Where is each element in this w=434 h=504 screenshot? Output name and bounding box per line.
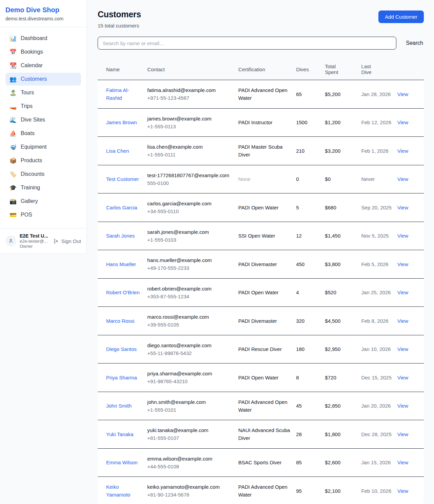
view-customer-link[interactable]: View	[397, 431, 408, 437]
sidebar-item-label: Equipment	[21, 144, 47, 150]
sign-out-label: Sign Out	[61, 238, 81, 244]
table-row: Hans Muellerhans.mueller@example.com+49-…	[98, 250, 424, 279]
certification-cell: PADI Open Water	[238, 278, 296, 307]
customer-email: marco.rossi@example.com	[147, 313, 235, 321]
total-spent-cell: $0	[325, 165, 361, 193]
actions-cell: View	[397, 137, 424, 165]
view-customer-link[interactable]: View	[397, 148, 408, 154]
customer-phone: +34-555-0110	[147, 207, 235, 215]
sign-out-icon	[53, 238, 59, 244]
customer-table-body: Fatima Al-Rashidfatima.alrashid@example.…	[98, 80, 424, 504]
view-customer-link[interactable]: View	[397, 261, 408, 267]
customer-name-link[interactable]: Keiko Yamamoto	[106, 484, 130, 498]
customer-name-link[interactable]: Priya Sharma	[106, 375, 137, 380]
view-customer-link[interactable]: View	[397, 403, 408, 409]
certification-cell: NAUI Advanced Scuba Diver	[238, 420, 296, 449]
sidebar-item-bookings[interactable]: 📅Bookings	[5, 45, 81, 58]
certification-cell: PADI Advanced Open Water	[238, 80, 296, 109]
view-customer-link[interactable]: View	[397, 460, 408, 465]
customer-name-link[interactable]: Marco Rossi	[106, 318, 134, 324]
view-customer-link[interactable]: View	[397, 290, 408, 295]
view-customer-link[interactable]: View	[397, 346, 408, 352]
add-customer-button[interactable]: Add Customer	[378, 11, 424, 23]
credit-card-icon: 💳	[9, 212, 16, 218]
last-dive-cell: Feb 8, 2026	[361, 307, 397, 335]
sidebar-item-pos[interactable]: 💳POS	[5, 208, 81, 221]
column-header-contact: Contact	[147, 59, 238, 80]
last-dive-cell: Feb 10, 2026	[361, 477, 397, 504]
user-icon	[8, 238, 14, 244]
app-layout: Demo Dive Shop demo.test.divestreams.com…	[0, 0, 434, 504]
contact-cell: test-1772681807767@example.com555-0100	[147, 165, 238, 193]
customer-phone: +971-55-123-4567	[147, 94, 235, 102]
customer-name-link[interactable]: Fatima Al-Rashid	[106, 87, 129, 101]
total-spent-cell: $2,850	[325, 392, 361, 420]
sidebar-item-training[interactable]: 🎓Training	[5, 181, 81, 194]
sidebar-item-label: Customers	[21, 76, 47, 82]
sidebar-item-gallery[interactable]: 📸Gallery	[5, 195, 81, 208]
sidebar-item-dashboard[interactable]: 📊Dashboard	[5, 32, 81, 45]
customer-name-link[interactable]: Hans Mueller	[106, 261, 136, 267]
customer-email: carlos.garcia@example.com	[147, 200, 235, 207]
sidebar-item-calendar[interactable]: 📆Calendar	[5, 59, 81, 72]
sidebar-item-discounts[interactable]: 🏷️Discounts	[5, 168, 81, 181]
view-customer-link[interactable]: View	[397, 205, 408, 210]
sidebar-item-customers[interactable]: 👥Customers	[5, 73, 81, 86]
sidebar-item-boats[interactable]: ⛵Boats	[5, 127, 81, 140]
view-customer-link[interactable]: View	[397, 375, 408, 380]
sidebar-item-label: Bookings	[21, 49, 43, 55]
contact-cell: lisa.chen@example.com+1-555-0111	[147, 137, 238, 165]
certification-cell: PADI Instructor	[238, 108, 296, 137]
page-header: Customers 15 total customers Add Custome…	[98, 10, 424, 29]
certification-cell: PADI Open Water	[238, 193, 296, 222]
customer-phone: 555-0100	[147, 179, 235, 187]
customer-name-link[interactable]: James Brown	[106, 119, 137, 125]
customer-phone: +39-555-0105	[147, 321, 235, 329]
sidebar-item-tours[interactable]: 🏝️Tours	[5, 86, 81, 99]
customer-name-link[interactable]: Robert O'Brien	[106, 290, 140, 295]
customer-name-link[interactable]: John Smith	[106, 403, 132, 409]
customer-name-link[interactable]: Sarah Jones	[106, 233, 135, 239]
sidebar-item-equipment[interactable]: 🤿Equipment	[5, 141, 81, 153]
customer-email: emma.wilson@example.com	[147, 455, 235, 463]
certification-cell: PADI Divemaster	[238, 307, 296, 335]
customer-name-link[interactable]: Test Customer	[106, 176, 139, 182]
view-customer-link[interactable]: View	[397, 119, 408, 125]
sign-out-button[interactable]: Sign Out	[53, 238, 81, 244]
name-cell: John Smith	[98, 392, 147, 420]
name-cell: Hans Mueller	[98, 250, 147, 279]
dives-cell: 450	[296, 250, 325, 279]
customer-name-link[interactable]: Carlos Garcia	[106, 205, 137, 210]
view-customer-link[interactable]: View	[397, 318, 408, 324]
view-customer-link[interactable]: View	[397, 488, 408, 494]
column-header-last-dive: Last Dive	[361, 59, 397, 80]
table-row: Priya Sharmapriya.sharma@example.com+91-…	[98, 363, 424, 392]
dives-cell: 0	[296, 165, 325, 193]
customer-name-link[interactable]: Diego Santos	[106, 346, 137, 352]
total-spent-cell: $2,600	[325, 448, 361, 477]
actions-cell: View	[397, 222, 424, 250]
view-customer-link[interactable]: View	[397, 233, 408, 239]
table-header-row: NameContactCertificationDivesTotal Spent…	[98, 59, 424, 80]
customer-email: lisa.chen@example.com	[147, 143, 235, 151]
last-dive-cell: Jan 10, 2026	[361, 335, 397, 363]
sidebar-item-dive-sites[interactable]: 🌊Dive Sites	[5, 113, 81, 126]
sidebar-item-trips[interactable]: 🚤Trips	[5, 100, 81, 113]
view-customer-link[interactable]: View	[397, 91, 408, 97]
search-button[interactable]: Search	[405, 39, 424, 48]
total-spent-cell: $2,100	[325, 477, 361, 504]
table-row: Robert O'Brienrobert.obrien@example.com+…	[98, 278, 424, 307]
customer-name-link[interactable]: Yuki Tanaka	[106, 431, 134, 437]
last-dive-cell: Never	[361, 165, 397, 193]
customer-name-link[interactable]: Emma Wilson	[106, 460, 138, 465]
sidebar-item-products[interactable]: 📦Products	[5, 154, 81, 167]
customer-phone: +1-555-0103	[147, 236, 235, 244]
name-cell: Sarah Jones	[98, 222, 147, 250]
dives-cell: 320	[296, 307, 325, 335]
customer-name-link[interactable]: Lisa Chen	[106, 148, 129, 154]
sidebar-item-label: Discounts	[21, 171, 44, 177]
dives-cell: 5	[296, 193, 325, 222]
search-input[interactable]	[98, 37, 396, 50]
view-customer-link[interactable]: View	[397, 176, 408, 182]
avatar	[5, 236, 16, 246]
